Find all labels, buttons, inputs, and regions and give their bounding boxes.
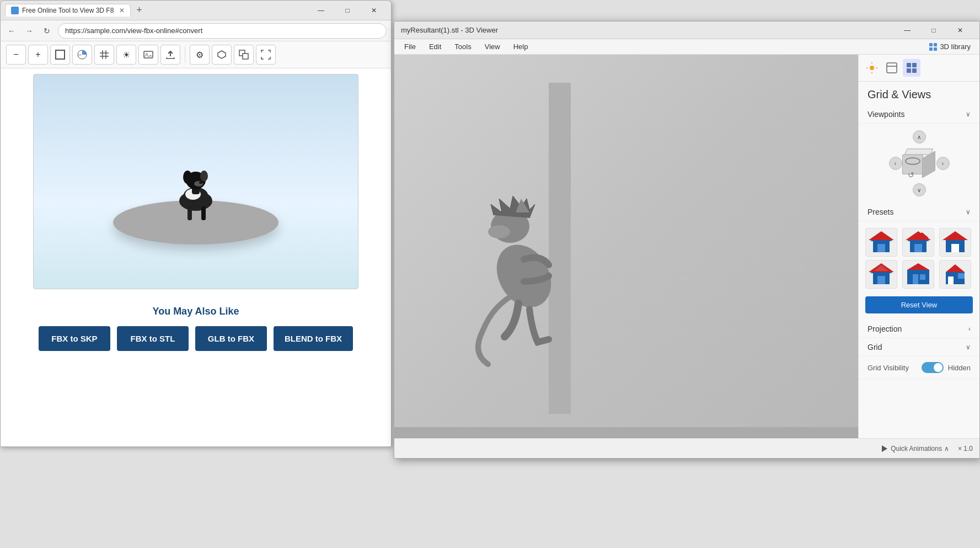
zoom-in-button[interactable]: + [28, 45, 48, 65]
quick-animations-label: Quick Animations [891, 445, 942, 453]
sidebar-panel-button[interactable] [883, 59, 901, 77]
viewpoints-section-header[interactable]: Viewpoints ∨ [859, 105, 979, 124]
cube-navigator: ∧ ∨ ‹ › [889, 130, 950, 196]
svg-rect-13 [201, 206, 206, 220]
blend-to-fbx-button[interactable]: BLEND to FBX [274, 326, 353, 351]
preset-item-3[interactable] [939, 228, 971, 257]
sidebar-title: Grid & Views [859, 82, 979, 105]
cube-up-arrow[interactable]: ∧ [913, 130, 926, 143]
svg-rect-54 [877, 276, 885, 284]
glb-to-fbx-button[interactable]: GLB to FBX [195, 326, 267, 351]
svg-point-29 [488, 225, 510, 238]
grid-visibility-toggle[interactable] [922, 362, 944, 373]
menu-file[interactable]: File [399, 41, 421, 52]
also-like-title: You May Also Like [12, 306, 380, 317]
dog-figure [160, 154, 232, 228]
back-button[interactable]: ← [5, 24, 18, 38]
svg-rect-40 [912, 68, 917, 73]
preset-item-5[interactable] [902, 260, 934, 289]
svg-rect-58 [920, 274, 925, 280]
fbx-to-stl-button[interactable]: FBX to STL [117, 326, 189, 351]
light-button[interactable]: ☀ [116, 45, 136, 65]
preset-item-1[interactable] [865, 228, 897, 257]
projection-section-header[interactable]: Projection ‹ [859, 320, 979, 338]
preset-item-4[interactable] [865, 260, 897, 289]
grid-button[interactable] [94, 45, 114, 65]
viewer-minimize-button[interactable]: — [895, 22, 920, 39]
window-controls: — □ ✕ [308, 2, 387, 19]
refresh-button[interactable]: ↻ [40, 24, 53, 38]
preset-item-2[interactable] [902, 228, 934, 257]
svg-point-19 [200, 171, 208, 182]
menu-view[interactable]: View [479, 41, 506, 52]
3d-library-button[interactable]: 3D library [924, 41, 975, 52]
cube-view-button[interactable] [212, 45, 232, 65]
viewer-maximize-button[interactable]: □ [921, 22, 946, 39]
animation-icon [880, 444, 888, 453]
projection-chevron-left-icon: ‹ [968, 325, 971, 333]
viewer-app-window: myResultant(1).stl - 3D Viewer — □ ✕ Fil… [394, 21, 980, 459]
close-button[interactable]: ✕ [361, 2, 387, 19]
menu-help[interactable]: Help [508, 41, 534, 52]
settings-button[interactable]: ⚙ [190, 45, 210, 65]
grid-label: Grid [867, 343, 882, 352]
viewpoints-label: Viewpoints [867, 110, 904, 119]
presets-label: Presets [867, 208, 893, 216]
new-tab-button[interactable]: + [133, 4, 146, 16]
address-bar-input[interactable] [58, 23, 387, 39]
viewer-canvas-area[interactable] [394, 55, 858, 438]
svg-rect-61 [958, 273, 965, 279]
browser-tab[interactable]: Free Online Tool to View 3D F8 ✕ [5, 4, 131, 17]
menu-edit[interactable]: Edit [424, 41, 447, 52]
presets-section-header[interactable]: Presets ∨ [859, 203, 979, 221]
fullscreen-button[interactable] [256, 45, 276, 65]
quick-animations-button[interactable]: Quick Animations ∧ [880, 444, 949, 453]
sidebar-sun-button[interactable] [863, 59, 881, 77]
frame-button[interactable] [50, 45, 70, 65]
menu-tools[interactable]: Tools [449, 41, 476, 52]
svg-rect-6 [144, 51, 153, 58]
viewer-app-window-controls: — □ ✕ [895, 22, 973, 39]
svg-rect-57 [913, 274, 918, 284]
viewer-sidebar: Grid & Views Viewpoints ∨ ∧ ∨ ‹ › [858, 55, 979, 438]
svg-rect-25 [934, 47, 937, 51]
preset-house-1-icon [867, 230, 895, 254]
cube-right-arrow[interactable]: › [936, 157, 950, 170]
svg-point-21 [199, 182, 202, 184]
image-button[interactable] [138, 45, 158, 65]
reset-view-button[interactable]: Reset View [865, 296, 973, 313]
grid-section-header[interactable]: Grid ∨ [859, 338, 979, 357]
browser-window: Free Online Tool to View 3D F8 ✕ + — □ ✕… [0, 0, 392, 447]
animal-figure [438, 83, 631, 416]
viewer-close-button[interactable]: ✕ [947, 22, 973, 39]
svg-rect-24 [929, 47, 933, 51]
viewer-main: Grid & Views Viewpoints ∨ ∧ ∨ ‹ › [394, 55, 979, 438]
viewer-app-title: myResultant(1).stl - 3D Viewer [401, 26, 895, 34]
cube-left-arrow[interactable]: ‹ [889, 157, 902, 170]
zoom-out-button[interactable]: − [6, 45, 26, 65]
svg-marker-42 [869, 231, 894, 240]
viewer-statusbar: Quick Animations ∧ × 1.0 [394, 438, 979, 458]
maximize-button[interactable]: □ [335, 2, 360, 19]
grid-chevron-down-icon: ∨ [966, 343, 971, 351]
svg-rect-43 [877, 244, 885, 252]
browser-titlebar: Free Online Tool to View 3D F8 ✕ + — □ ✕ [1, 1, 391, 20]
svg-marker-8 [218, 51, 226, 58]
3d-box-button[interactable] [234, 45, 254, 65]
forward-button[interactable]: → [23, 24, 36, 38]
cube-down-arrow[interactable]: ∨ [913, 183, 926, 196]
tab-close-icon[interactable]: ✕ [119, 7, 125, 14]
browser-tab-area: Free Online Tool to View 3D F8 ✕ + [5, 4, 308, 17]
color-button[interactable] [72, 45, 92, 65]
preset-house-2-icon [904, 230, 932, 254]
library-icon [929, 42, 938, 51]
svg-rect-38 [912, 63, 917, 67]
grid-hidden-label: Hidden [948, 364, 971, 372]
preset-item-6[interactable] [939, 260, 971, 289]
fbx-to-skp-button[interactable]: FBX to SKP [39, 326, 110, 351]
minimize-button[interactable]: — [308, 2, 334, 19]
sidebar-grid-button[interactable] [903, 59, 920, 77]
svg-rect-10 [243, 54, 248, 59]
3d-scene-area[interactable] [33, 74, 358, 289]
upload-button[interactable] [160, 45, 180, 65]
